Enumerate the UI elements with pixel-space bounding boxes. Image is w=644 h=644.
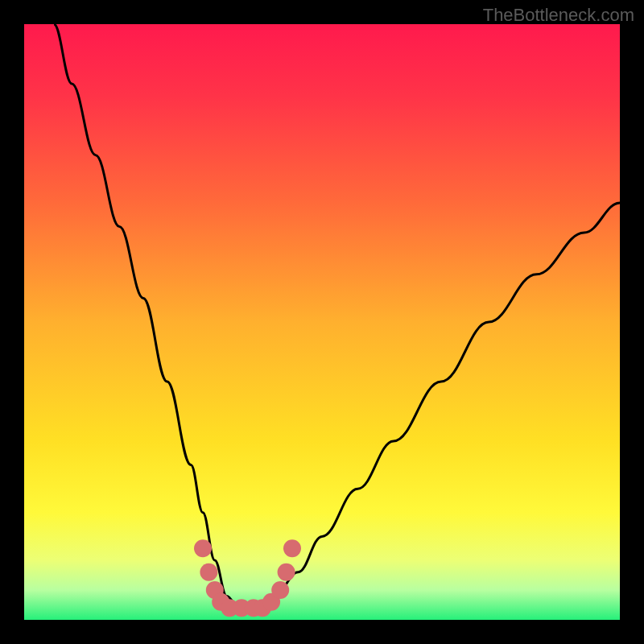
trough-dot <box>200 564 217 581</box>
watermark-text: TheBottleneck.com <box>483 5 634 26</box>
chart-container: TheBottleneck.com <box>0 0 644 644</box>
trough-dot <box>278 564 295 581</box>
bottleneck-chart <box>24 24 620 620</box>
gradient-background <box>24 24 620 620</box>
trough-dot <box>283 539 301 557</box>
trough-dot <box>194 539 212 557</box>
trough-dot <box>271 581 289 599</box>
plot-area <box>24 24 620 620</box>
